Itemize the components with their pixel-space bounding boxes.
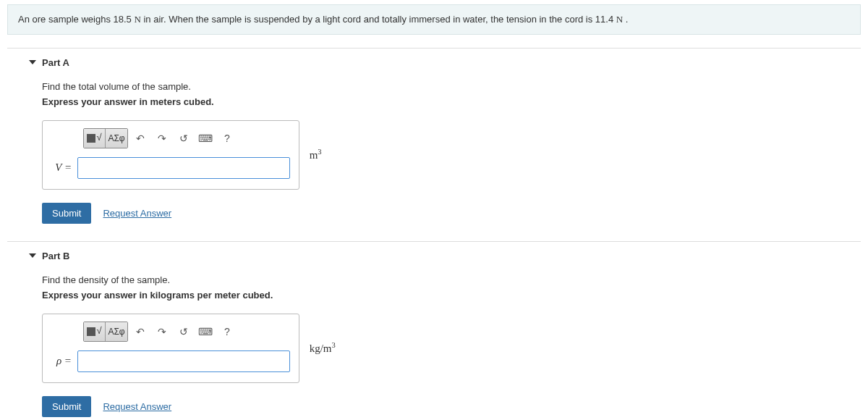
part-b-section: Part B Find the density of the sample. E… [7, 241, 861, 417]
tension-water: 11.4 [595, 14, 613, 25]
request-answer-link[interactable]: Request Answer [103, 401, 171, 412]
help-icon[interactable]: ? [218, 129, 237, 148]
caret-down-icon [29, 60, 36, 64]
submit-button[interactable]: Submit [42, 203, 91, 224]
problem-text: in air. When the sample is suspended by … [143, 14, 595, 25]
undo-icon[interactable]: ↶ [131, 322, 150, 341]
caret-down-icon [29, 253, 36, 258]
help-icon[interactable]: ? [218, 322, 237, 341]
keyboard-icon[interactable]: ⌨ [196, 322, 215, 341]
variable-label: ρ = [51, 355, 72, 367]
redo-icon[interactable]: ↷ [153, 322, 171, 341]
equation-toolbar: √ ΑΣφ ↶ ↷ ↺ ⌨ ? [83, 128, 290, 148]
weight-air: 18.5 [114, 14, 132, 25]
part-a-instruction: Express your answer in meters cubed. [42, 96, 861, 107]
request-answer-link[interactable]: Request Answer [103, 208, 171, 219]
part-title: Part B [42, 251, 69, 261]
unit-newton: N [616, 14, 623, 25]
answer-input[interactable] [77, 157, 290, 179]
reset-icon[interactable]: ↺ [174, 322, 193, 341]
part-title: Part A [42, 57, 69, 68]
problem-statement: An ore sample weighs 18.5 N in air. When… [7, 4, 861, 35]
problem-text: An ore sample weighs [18, 14, 114, 25]
redo-icon[interactable]: ↷ [153, 129, 171, 148]
part-b-header[interactable]: Part B [42, 251, 861, 261]
variable-label: V = [51, 161, 72, 174]
part-a-section: Part A Find the total volume of the samp… [7, 48, 861, 224]
symbols-button[interactable]: ΑΣφ [106, 322, 127, 341]
unit-newton: N [134, 14, 140, 25]
part-a-prompt: Find the total volume of the sample. [42, 81, 861, 92]
part-a-header[interactable]: Part A [42, 57, 861, 68]
equation-toolbar: √ ΑΣφ ↶ ↷ ↺ ⌨ ? [83, 322, 290, 342]
answer-box: √ ΑΣφ ↶ ↷ ↺ ⌨ ? V = [42, 120, 299, 190]
symbols-button[interactable]: ΑΣφ [106, 129, 127, 148]
unit-label: m3 [310, 148, 322, 161]
undo-icon[interactable]: ↶ [131, 129, 150, 148]
unit-label: kg/m3 [310, 341, 336, 355]
templates-button[interactable]: √ [84, 322, 106, 341]
problem-text: . [626, 14, 629, 25]
reset-icon[interactable]: ↺ [174, 129, 193, 148]
keyboard-icon[interactable]: ⌨ [196, 129, 215, 148]
answer-input[interactable] [77, 350, 290, 372]
part-b-instruction: Express your answer in kilograms per met… [42, 290, 861, 301]
answer-box: √ ΑΣφ ↶ ↷ ↺ ⌨ ? ρ = [42, 314, 299, 383]
submit-button[interactable]: Submit [42, 396, 91, 417]
part-b-prompt: Find the density of the sample. [42, 274, 861, 285]
templates-button[interactable]: √ [84, 129, 106, 148]
